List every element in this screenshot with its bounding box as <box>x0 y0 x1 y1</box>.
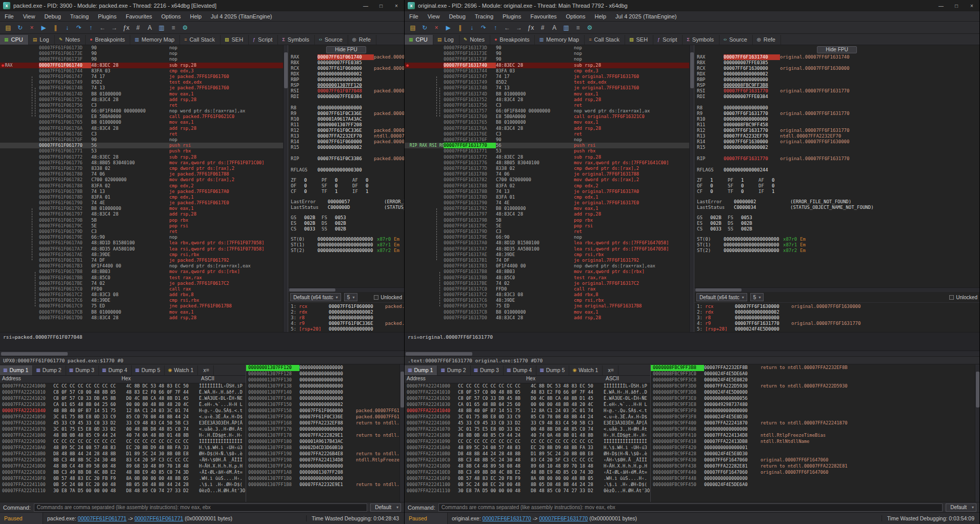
register-row[interactable]: RDI 000000007FFE0384 <box>697 94 979 100</box>
disasm-row[interactable]: ● 00007FF61F0617B8 48:8B03 mov rax,qword… <box>0 269 288 275</box>
fpu-register-row[interactable]: ST(1) 00000000000000000000 x87r1 Em <box>697 242 979 248</box>
status-address-link[interactable]: 00007FF6F1631770 <box>483 515 531 521</box>
stack-row[interactable]: 0000008FBC9FF448 0000000000000000 <box>651 476 979 482</box>
menu-item[interactable]: Help <box>590 12 611 21</box>
dump-row[interactable]: 00007FFA22241030 CA 01 65 48 8B 04 25 60… <box>0 402 246 408</box>
register-row[interactable]: RSP 00000001307FF120 <box>291 83 404 88</box>
stack-row[interactable]: 00000001307FF188 00002D4CD3D60B10 <box>246 445 404 451</box>
menu-item[interactable]: File <box>405 12 423 21</box>
minimize-button[interactable]: — <box>358 0 373 11</box>
toolbar-icon[interactable]: ← <box>502 23 512 32</box>
argument-row[interactable]: 5: [rsp+20] 0000000000000000 <box>291 326 404 332</box>
dump-tab[interactable]: ▦Dump 4 <box>99 365 132 375</box>
register-row[interactable]: R10 000001A9617A43AC <box>291 117 404 122</box>
dump-tab[interactable]: ◉Watch 1 <box>165 365 198 375</box>
stack-row[interactable]: 00000001307FF1A8 00000001307FF208 <box>246 470 404 476</box>
disasm-row[interactable]: ● 00007FF6F16317A0 48:8D1D B1580100 lea … <box>405 240 694 246</box>
register-row[interactable]: RIP 00007FF61F0C3386 packed.00007FF61F0C… <box>291 156 404 162</box>
argument-count-select[interactable]: 5▾ <box>344 293 358 301</box>
fpu-register-row[interactable]: ST(0) 00000000000000000000 x87r0 Em <box>697 237 979 242</box>
disasm-row[interactable]: ● 00007FF61F0617C6 48:39DE cmp rsi,rbx <box>0 298 288 303</box>
disasm-scrollbar[interactable] <box>283 45 288 332</box>
toolbar-icon[interactable]: ▶ <box>38 23 49 32</box>
close-button[interactable]: × <box>389 0 404 11</box>
disasm-row[interactable]: ● 00007FF6F1631765 B8 01000000 mov eax,1 <box>405 120 694 125</box>
disasm-row[interactable]: ● 00007FF61F061756 C3 ret <box>0 103 288 108</box>
disasm-row[interactable]: ● 00007FF6F1631792 B8 01000000 mov eax,1 <box>405 206 694 211</box>
disasm-row[interactable]: ● 00007FF61F061752 48:83C4 28 add rsp,28 <box>0 97 288 103</box>
dump-row[interactable]: 00007FFA222410B0 D8 48 8B 44 24 28 48 8B… <box>405 451 650 457</box>
register-row[interactable]: RBX 000000007FFE0385 <box>697 60 979 66</box>
dump-tab[interactable]: ▦Dump 4 <box>504 365 536 375</box>
disasm-row[interactable]: ● 00007FF6F163179D C3 ret <box>405 229 694 235</box>
toolbar-icon[interactable]: # <box>537 23 548 32</box>
view-tab[interactable]: ▤Log <box>433 35 459 45</box>
disasm-row[interactable]: ● 00007FF61F06178B 74 13 je packed.7FF61… <box>0 189 288 195</box>
disasm-row[interactable]: ● 00007FF6F163173E 90 nop <box>405 51 694 56</box>
view-tab[interactable]: ▥Memory Map <box>130 35 180 45</box>
dump-row[interactable]: 00007FFA22241050 3C 01 75 8B E8 0D 33 C9… <box>0 414 246 420</box>
dump-row[interactable]: 00007FFA222410D0 48 8B C4 48 89 58 08 48… <box>405 463 650 470</box>
dump-row[interactable]: 00007FFA22241000 CC CC CC CC CC CC CC CC… <box>405 383 650 390</box>
minimize-button[interactable]: — <box>933 0 949 11</box>
disasm-row[interactable]: ● 00007FF6F1631788 83FA 02 cmp edx,2 <box>405 183 694 189</box>
registers-scrollbar[interactable] <box>288 287 404 292</box>
disassembly-pane[interactable]: ● 00007FF61F06173D 90 nop ● 00007FF61F06… <box>0 45 288 332</box>
register-row[interactable]: RCX 00007FF6F1630000 original.00007FF6F1… <box>697 66 979 71</box>
view-tab[interactable]: ƒScript <box>653 35 683 45</box>
flags-row[interactable]: OF0 SF0 DF0 <box>291 183 404 189</box>
stack-row[interactable]: 0000008FBC9FF3F0 0000000000000000 <box>651 408 979 414</box>
disasm-row[interactable]: ● 00007FF6F163173F 90 nop <box>405 56 694 62</box>
stack-row[interactable]: 0000008FBC9FF3D8 0000024F4E5D0000 <box>651 390 979 396</box>
disasm-row[interactable]: ● 00007FF61F06174D B8 01000000 mov eax,1 <box>0 91 288 97</box>
disasm-row[interactable]: ● 00007FF61F0617A0 48:8D1D B1580100 lea … <box>0 240 288 246</box>
toolbar-icon[interactable]: ↷ <box>478 23 489 32</box>
disasm-row[interactable]: ● 00007FF61F061757 66:0F1F8400 00000000 … <box>0 108 288 114</box>
disasm-row[interactable]: ● 00007FF61F06173D 90 nop <box>0 45 288 51</box>
toolbar-icon[interactable]: ƒx <box>121 23 131 32</box>
command-input[interactable]: Commands are comma separated (like assem… <box>34 503 368 512</box>
flags-row[interactable]: OF0 SF0 DF0 <box>697 183 979 189</box>
command-mode-select[interactable]: Default <box>946 503 976 512</box>
argument-count-select[interactable]: 5▾ <box>750 293 764 301</box>
menu-item[interactable]: Debug <box>39 12 65 21</box>
toolbar-icon[interactable]: ↷ <box>74 23 84 32</box>
stack-row[interactable]: 0000008FBC9FF418 00007FFA22413DB8 ntdll.… <box>651 439 979 445</box>
argument-row[interactable]: 3: r8 0000000000000000 <box>291 315 404 321</box>
dump-row[interactable]: 00007FFA22241040 48 8B 40 0F B7 14 51 75… <box>405 408 650 414</box>
dump-row[interactable]: 00007FFA222410F0 0B 57 48 83 EC 20 FB F9… <box>0 476 246 482</box>
segment-row[interactable]: GS002B FS0053 <box>697 215 979 221</box>
disasm-row[interactable]: ● 00007FF61F061744 83FA 03 cmp edx,3 <box>0 68 288 74</box>
stack-scrollbar[interactable] <box>399 364 404 502</box>
toolbar-icon[interactable]: A <box>549 23 559 32</box>
stack-row[interactable]: 00000001307FF190 00007FFA2226B4E8 return… <box>246 451 404 457</box>
stack-row[interactable]: 00000001307FF148 0000000000000000 <box>246 396 404 402</box>
fpu-register-row[interactable]: ST(1) 00000000000000000000 x87r1 Em <box>291 242 404 248</box>
disasm-row[interactable]: ● 00007FF61F061792 B8 01000000 mov eax,1 <box>0 206 288 211</box>
disasm-row[interactable]: ● 00007FF61F0617AE 48:39DE cmp rsi,rbx <box>0 252 288 258</box>
register-row[interactable] <box>291 150 404 156</box>
view-tab[interactable]: ΣSymbols <box>683 35 719 45</box>
registers-scrollbar[interactable] <box>694 287 979 292</box>
hide-fpu-button[interactable]: Hide FPU <box>326 46 366 53</box>
disasm-row[interactable]: ● 00007FF61F06173E 90 nop <box>0 51 288 56</box>
argument-row[interactable]: 5: [rsp+28] 0000024F4E5D0000 <box>697 326 979 332</box>
register-row[interactable]: R15 0000000000000002 <box>291 145 404 150</box>
close-button[interactable]: × <box>964 0 979 11</box>
dump-tab[interactable]: ▦Dump 1 <box>405 365 437 375</box>
register-row[interactable]: RFLAGS 0000000000000300 <box>291 167 404 173</box>
disasm-row[interactable]: ● 00007FF61F0617C9 75 ED jne packed.7FF6… <box>0 303 288 309</box>
disasm-row[interactable]: ● 00007FF61F0617BB 48:85C0 test rax,rax <box>0 275 288 281</box>
toolbar-icon[interactable]: ∥ <box>50 23 61 32</box>
register-row[interactable]: R9 00007FF6F1631770 original.00007FF6F16… <box>697 111 979 117</box>
dump-row[interactable]: 00007FFA22241060 45 33 C9 45 33 C0 33 D2… <box>405 420 650 426</box>
disasm-row[interactable]: ● 00007FF6F16317C2 48:83C3 08 add rbx,8 <box>405 292 694 298</box>
stack-row[interactable]: 0000008FBC9FF3E8 0000049298737480 <box>651 402 979 408</box>
segment-row[interactable]: CS0033 SS002B <box>697 226 979 232</box>
view-tab[interactable]: ◎Refe <box>348 35 376 45</box>
dump-row[interactable]: 00007FFA22241030 CA 01 65 48 8B 04 25 60… <box>405 402 650 408</box>
register-row[interactable] <box>291 162 404 167</box>
flags-row[interactable]: CF0 TF0 IF1 <box>697 189 979 195</box>
disasm-row[interactable]: ● 00007FF6F16317C0 FFD0 call rax <box>405 286 694 292</box>
flags-row[interactable]: CF0 TF1 IF1 <box>291 189 404 195</box>
